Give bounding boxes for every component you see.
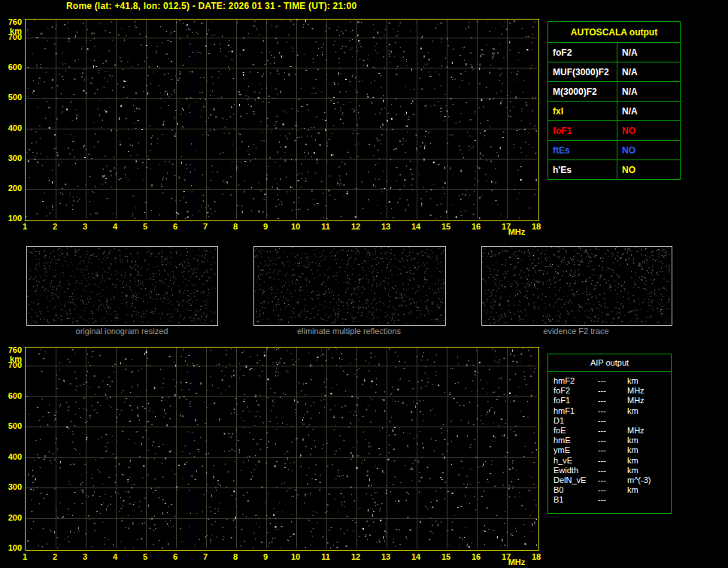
x-tick-label: 12 <box>351 552 360 561</box>
autoscala-table-title: AUTOSCALA output <box>548 22 681 43</box>
aip-parameter-value: --- <box>598 456 627 466</box>
aip-parameter-value: --- <box>598 445 627 455</box>
main-ionogram-y-axis: 760km700600500400300200100 <box>0 19 23 220</box>
aip-parameter-label: DelN_vE <box>548 475 598 485</box>
autoscala-parameter-label: MUF(3000)F2 <box>548 62 617 82</box>
x-tick-label: 12 <box>351 222 360 231</box>
autoscala-parameter-label: fxI <box>548 102 617 121</box>
aip-parameter-unit: km <box>627 466 671 475</box>
panel-evidence-f2-trace <box>481 246 672 326</box>
x-tick-label: 14 <box>411 552 420 561</box>
autoscala-table-body: foF2N/AMUF(3000)F2N/AM(3000)F2N/AfxIN/Af… <box>548 43 681 180</box>
x-tick-label: 9 <box>263 222 268 231</box>
station-date-time-header: Rome (lat: +41.8, lon: 012.5) - DATE: 20… <box>66 1 356 11</box>
x-tick-label: 3 <box>83 222 87 231</box>
aip-parameter-label: foF1 <box>548 396 598 405</box>
y-tick-label: 700 <box>8 33 22 41</box>
autoscala-parameter-value: NO <box>617 160 681 180</box>
panel-eliminate-reflections <box>253 246 446 326</box>
aip-parameter-value: --- <box>598 416 627 426</box>
y-tick-label: 200 <box>8 513 22 521</box>
aip-parameter-unit: MHz <box>627 396 671 405</box>
aip-parameter-label: h_vE <box>548 456 598 466</box>
x-tick-label: 8 <box>233 222 238 231</box>
aip-parameter-label: foE <box>548 426 598 436</box>
main-ionogram-plot <box>25 19 539 221</box>
aip-table-rows: hmF2---kmfoF2---MHzfoF1---MHzhmF1---kmD1… <box>548 372 671 505</box>
autoscala-table-row: foF1NO <box>548 121 681 141</box>
x-tick-label: 13 <box>381 222 390 231</box>
x-tick-label: 13 <box>381 552 390 561</box>
aip-parameter-label: hmF2 <box>548 376 598 386</box>
aip-output-table: AIP output hmF2---kmfoF2---MHzfoF1---MHz… <box>548 354 672 514</box>
x-tick-label: 1 <box>23 552 27 561</box>
main-ionogram-x-axis: 123456789101112131415161718MHz <box>25 222 538 237</box>
y-tick-label: 600 <box>8 391 22 399</box>
y-tick-label: 100 <box>8 544 22 552</box>
aip-parameter-value: --- <box>598 436 627 445</box>
autoscala-parameter-value: N/A <box>617 43 681 62</box>
aip-parameter-unit: MHz <box>627 386 671 396</box>
panel-caption-evidence: evidence F2 trace <box>543 327 608 336</box>
autoscala-parameter-label: h'Es <box>548 160 617 180</box>
y-tick-label: 200 <box>8 184 22 192</box>
aip-table-row: foF1---MHz <box>548 396 671 405</box>
aip-parameter-unit: km <box>627 456 671 466</box>
autoscala-parameter-value: NO <box>617 121 681 141</box>
aip-parameter-label: D1 <box>548 416 598 426</box>
y-axis-max-label: 760 <box>8 346 22 354</box>
x-axis-unit-label: MHz <box>508 557 526 566</box>
aip-ionogram-canvas <box>26 348 537 548</box>
autoscala-table-row: ftEsNO <box>548 141 681 160</box>
aip-table-row: hmF1---km <box>548 406 671 416</box>
aip-parameter-value: --- <box>598 376 627 386</box>
autoscala-parameter-label: M(3000)F2 <box>548 82 617 102</box>
aip-table-row: DelN_vE---m^(-3) <box>548 475 671 485</box>
autoscala-parameter-value: NO <box>617 141 681 160</box>
aip-table-title: AIP output <box>548 354 671 372</box>
autoscala-parameter-value: N/A <box>617 62 681 82</box>
x-tick-label: 4 <box>113 552 117 561</box>
autoscala-parameter-label: foF1 <box>548 121 617 141</box>
aip-table-row: foE---MHz <box>548 426 671 436</box>
x-tick-label: 10 <box>291 222 300 231</box>
x-tick-label: 3 <box>83 552 87 561</box>
main-ionogram-canvas <box>26 20 537 219</box>
autoscala-parameter-label: ftEs <box>548 141 617 160</box>
aip-table-row: foF2---MHz <box>548 386 671 396</box>
x-tick-label: 8 <box>233 552 238 561</box>
aip-table-row: B1--- <box>548 495 671 505</box>
autoscala-parameter-label: foF2 <box>548 43 617 62</box>
x-tick-label: 4 <box>113 222 117 231</box>
y-tick-label: 300 <box>8 483 22 491</box>
x-tick-label: 15 <box>441 552 450 561</box>
x-tick-label: 11 <box>321 222 330 231</box>
aip-parameter-unit: km <box>627 485 671 495</box>
x-tick-label: 9 <box>263 552 268 561</box>
aip-parameter-label: foF2 <box>548 386 598 396</box>
aip-table-row: Ewidth---km <box>548 466 671 475</box>
x-tick-label: 5 <box>143 222 147 231</box>
panel-evidence-f2-trace-canvas <box>482 247 670 323</box>
aip-parameter-label: ymE <box>548 445 598 455</box>
autoscala-table-row: M(3000)F2N/A <box>548 82 681 102</box>
panel-eliminate-reflections-canvas <box>254 247 444 323</box>
aip-parameter-unit <box>627 416 671 426</box>
aip-table-row: ymE---km <box>548 445 671 455</box>
autoscala-table-header-row: AUTOSCALA output <box>548 22 681 43</box>
y-tick-label: 100 <box>8 214 22 223</box>
autoscala-table-row: fxIN/A <box>548 102 681 121</box>
y-tick-label: 600 <box>8 63 22 71</box>
autoscala-table-row: h'EsNO <box>548 160 681 180</box>
aip-parameter-label: hmE <box>548 436 598 445</box>
x-tick-label: 1 <box>23 222 27 231</box>
aip-parameter-value: --- <box>598 466 627 475</box>
y-tick-label: 400 <box>8 452 22 460</box>
aip-parameter-unit: km <box>627 376 671 386</box>
autoscala-parameter-value: N/A <box>617 82 681 102</box>
autoscala-app-window: Rome (lat: +41.8, lon: 012.5) - DATE: 20… <box>0 0 728 568</box>
aip-parameter-label: hmF1 <box>548 406 598 416</box>
x-tick-label: 15 <box>441 222 450 231</box>
x-tick-label: 2 <box>53 552 57 561</box>
aip-parameter-unit <box>627 495 671 505</box>
